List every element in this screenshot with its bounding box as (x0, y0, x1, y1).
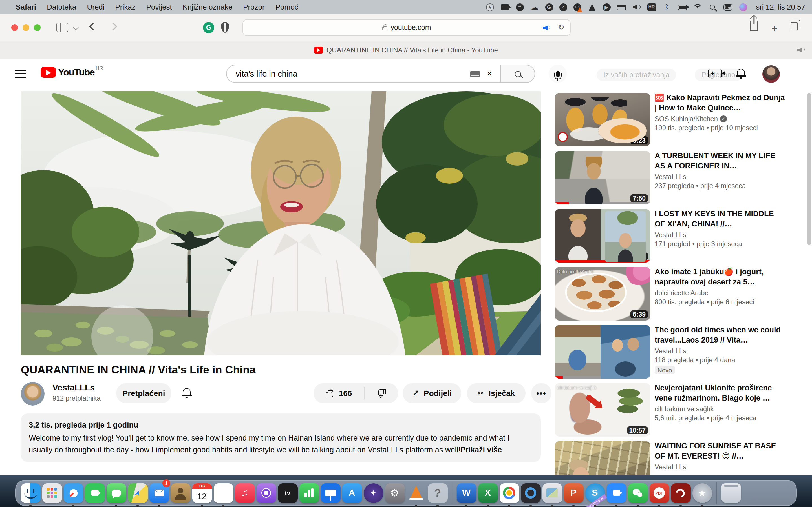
reload-icon[interactable]: ↻ (558, 22, 564, 32)
dock-podcasts-icon[interactable] (255, 480, 277, 506)
tab-bar[interactable]: QUARANTINE IN CHINA // Vita's Life in Ch… (0, 41, 812, 59)
menu-prozor[interactable]: Prozor (243, 3, 265, 11)
tab-speaker-icon[interactable] (797, 47, 805, 54)
dock-pdfx-icon[interactable]: PDF (649, 480, 670, 506)
battery-icon[interactable] (677, 3, 687, 11)
search-input[interactable] (236, 69, 470, 78)
video-camera-icon[interactable] (500, 3, 509, 11)
shield-extension-icon[interactable] (221, 22, 229, 33)
dock-appletv-icon[interactable]: tv (277, 480, 298, 506)
suggestion-thumbnail[interactable]: 6:23 (555, 93, 650, 147)
menu-prikaz[interactable]: Prikaz (115, 3, 136, 11)
spotlight-icon[interactable] (708, 3, 717, 11)
dock-settings-icon[interactable]: ⚙ (384, 480, 405, 506)
sidebar-chevron-icon[interactable] (73, 24, 79, 30)
siri-icon[interactable] (739, 3, 748, 11)
grammarly-icon[interactable]: G (545, 3, 553, 11)
create-video-icon[interactable]: + (708, 69, 722, 78)
suggestion-thumbnail[interactable] (555, 441, 650, 475)
dock-launchpad-icon[interactable] (41, 480, 63, 506)
suggestion-channel[interactable]: cilt bakımı ve sağlık (655, 405, 785, 413)
control-center-icon[interactable] (723, 3, 732, 11)
suggestion-title[interactable]: I LOST MY KEYS IN THE MIDDLE OF XI'AN, C… (655, 209, 785, 229)
dock-previewapp-icon[interactable] (541, 480, 563, 506)
search-button[interactable] (500, 65, 535, 83)
address-bar[interactable]: youtube.com ↻ (243, 19, 571, 36)
new-tab-button[interactable]: + (771, 22, 777, 35)
dock-trash-icon[interactable] (720, 480, 742, 506)
close-window-button[interactable] (11, 24, 18, 31)
check-app-icon[interactable]: ✓ (559, 3, 567, 11)
dock-vlc-icon[interactable] (405, 480, 427, 506)
dock-stocks-icon[interactable] (298, 480, 320, 506)
suggestion-thumbnail[interactable]: 12:15 (555, 209, 650, 263)
warning-app-icon[interactable]: ◠ (573, 3, 581, 11)
keyboard-icon[interactable] (470, 71, 480, 77)
channel-avatar[interactable] (21, 382, 45, 406)
guide-hamburger-button[interactable] (15, 70, 26, 78)
dock-chrome-icon[interactable] (499, 480, 520, 506)
show-more-link[interactable]: Prikaži više (460, 446, 502, 454)
suggestion-thumbnail[interactable]: Dolci ricette Arabe6:39 (555, 267, 650, 321)
dislike-button[interactable] (369, 383, 394, 403)
more-actions-button[interactable]: ••• (531, 383, 552, 403)
suggestion-item[interactable]: 6:39The good old times when we could tra… (555, 325, 787, 379)
grammarly-extension-icon[interactable]: G (203, 22, 214, 33)
cloud-icon[interactable]: ☁ (530, 3, 539, 11)
share-button[interactable] (750, 21, 758, 31)
menu-clock[interactable]: sri 12. lis 20:57 (756, 3, 805, 11)
forward-button[interactable] (109, 22, 117, 31)
menu-povijest[interactable]: Povijest (146, 3, 172, 11)
suggestion-thumbnail[interactable]: 6:39 (555, 325, 650, 379)
suggestion-title[interactable]: WAITING FOR SUNRISE AT BASE OF MT. EVERE… (655, 441, 785, 461)
dock-notes-icon[interactable] (213, 480, 234, 506)
clip-button[interactable]: ✂ Isječak (467, 383, 525, 403)
dock-safari-icon[interactable] (63, 480, 84, 506)
youtube-logo[interactable]: YouTube HR (41, 67, 103, 78)
back-button[interactable] (89, 22, 97, 31)
dock-quicktime-icon[interactable] (520, 480, 541, 506)
dock-keynote-icon[interactable] (320, 480, 341, 506)
suggestion-title[interactable]: The good old times when we could travel.… (655, 325, 785, 345)
dock-acrobat-icon[interactable] (670, 480, 691, 506)
suggestion-channel[interactable]: VestaLLLs (655, 347, 785, 355)
voice-search-button[interactable] (549, 65, 567, 83)
star-badge-icon[interactable]: ★ (486, 3, 494, 11)
dock-word-icon[interactable]: W (456, 480, 477, 506)
suggestion-title[interactable]: 🆘 Kako Napraviti Pekmez od Dunja | How t… (655, 93, 785, 113)
wifi-icon[interactable] (693, 3, 702, 11)
show-tabs-button[interactable] (791, 22, 798, 31)
dock-starapp-icon[interactable]: ★ (691, 480, 713, 506)
dock-missing-icon[interactable]: ? (427, 480, 448, 506)
suggestion-item[interactable]: Dolci ricette Arabe6:39Ako imate 1 jabuk… (555, 267, 787, 321)
suggestion-item[interactable]: 12:15I LOST MY KEYS IN THE MIDDLE OF XI'… (555, 209, 787, 263)
menu-uredi[interactable]: Uredi (87, 3, 104, 11)
suggestion-title[interactable]: Ako imate 1 jabuku🍎 i jogurt, napravite … (655, 267, 785, 287)
suggestion-channel[interactable]: VestaLLLs (655, 173, 785, 181)
sidebar-toggle-button[interactable] (56, 22, 68, 32)
dock-maps-icon[interactable] (127, 480, 148, 506)
suggestion-channel[interactable]: dolci ricette Arabe (655, 289, 785, 297)
subscription-bell-icon[interactable] (182, 388, 191, 397)
description-box[interactable]: 3,2 tis. pregleda prije 1 godinu Welcome… (21, 413, 541, 462)
suggestion-item[interactable]: 6:23🆘 Kako Napraviti Pekmez od Dunja | H… (555, 93, 787, 147)
suggestion-channel[interactable]: SOS Kuhinja/Kitchen✓ (655, 115, 785, 123)
dock-mail-icon[interactable]: 1 (148, 480, 170, 506)
vlc-menu-icon[interactable] (587, 3, 596, 11)
page-scrollbar[interactable] (808, 93, 811, 245)
suggestion-title[interactable]: A TURBULENT WEEK IN MY LIFE AS A FOREIGN… (655, 151, 785, 171)
dock-purplestar-icon[interactable]: ✦ (363, 480, 384, 506)
zoom-window-button[interactable] (34, 24, 41, 31)
dock-messages-icon[interactable] (105, 480, 127, 506)
suggestion-channel[interactable]: VestaLLLs (655, 231, 785, 239)
channel-name[interactable]: VestaLLLs (52, 383, 95, 392)
suggestion-channel[interactable]: VestaLLLs (655, 463, 785, 471)
suggestion-thumbnail[interactable]: 7:50 (555, 151, 650, 205)
chat-app-icon[interactable]: ❝ (516, 3, 523, 11)
menu-knjizne-oznake[interactable]: Knjižne oznake (183, 3, 232, 11)
clear-search-icon[interactable]: × (487, 68, 492, 79)
play-circle-icon[interactable]: ▶ (603, 3, 610, 11)
dock-wechat-icon[interactable] (627, 480, 649, 506)
like-button[interactable]: 166 (318, 383, 360, 403)
dock-music-icon[interactable]: ♫ (234, 480, 255, 506)
